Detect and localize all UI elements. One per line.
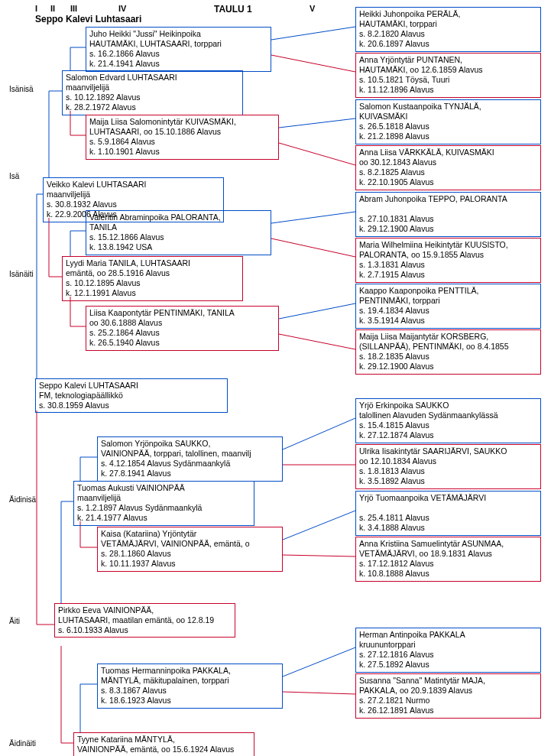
person-aa: Tyyne Katariina MÄNTYLÄ,VAINIONPÄÄ, emän… — [73, 732, 254, 756]
person-iaa: Liisa Kaapontytär PENTINMÄKI, TANILAoo 3… — [86, 306, 279, 351]
svg-line-22 — [279, 303, 355, 319]
side-isa: Isä — [9, 172, 19, 180]
person-v13: Herman Antinpoika PAKKALAkruununtorppari… — [355, 628, 541, 673]
person-v5: Abram Juhonpoika TEPPO, PALORANTAs. 27.1… — [355, 192, 541, 237]
page-title: Seppo Kalevi Luhtasaari — [35, 14, 141, 24]
person-iia: Maija Liisa Salomonintytär KUIVASMÄKI,LU… — [86, 115, 279, 160]
person-v9: Yrjö Erkinpoika SAUKKOtalollinen Alavude… — [355, 398, 541, 443]
side-isanisa: Isänisä — [9, 85, 34, 93]
side-isanaiti: Isänäiti — [9, 270, 34, 278]
person-v12: Anna Kristiina Samuelintytär ASUNMAA,VET… — [355, 537, 541, 582]
svg-line-34 — [283, 418, 355, 449]
person-v1: Heikki Juhonpoika PERÄLÄ,HAUTAMÄKI, torp… — [355, 7, 541, 52]
svg-line-18 — [279, 118, 355, 128]
svg-line-20 — [271, 212, 355, 223]
gen-label-4: IV — [118, 4, 126, 13]
person-aai: Tuomas Hermanninpoika PAKKALA,MÄNTYLÄ, m… — [97, 664, 283, 709]
gen-label-2: II — [50, 4, 55, 13]
gen-label-5: V — [310, 4, 315, 13]
person-v8: Maija Liisa Maijantytär KORSBERG,(SILLAN… — [355, 329, 541, 375]
person-v3: Salomon Kustaanpoika TYNJÄLÄ,KUIVASMÄKIs… — [355, 99, 541, 144]
svg-line-37 — [283, 555, 355, 556]
side-aiti: Äiti — [9, 617, 20, 625]
svg-line-19 — [279, 143, 355, 165]
svg-line-23 — [279, 334, 355, 349]
side-aidinisa: Äidinisä — [9, 495, 36, 504]
svg-line-16 — [271, 27, 355, 40]
person-ai: Tuomas Aukusti VAINIONPÄÄmaanviljelijäs.… — [73, 481, 254, 526]
svg-line-21 — [271, 238, 355, 257]
person-v2: Anna Yrjöntytär PUNTANEN,HAUTAMÄKI, oo 1… — [355, 53, 541, 98]
person-v10: Ulrika Iisakintytär SAARIJÄRVI, SAUKKOoo… — [355, 444, 541, 489]
person-iii: Juho Heikki "Jussi" HeikinpoikaHAUTAMÄKI… — [86, 27, 271, 72]
person-ia: Lyydi Maria TANILA, LUHTASAARIemäntä, oo… — [62, 256, 243, 301]
gen-label-3: III — [70, 4, 77, 13]
person-v11: Yrjö Tuomaanpoika VETÄMÄJÄRVIs. 25.4.181… — [355, 491, 541, 536]
taulu-label: TAULU 1 — [214, 4, 252, 15]
svg-line-38 — [283, 647, 355, 677]
person-v14: Susanna "Sanna" Matintytär MAJA,PAKKALA,… — [355, 673, 541, 719]
person-iai: Valentin Abraminpoika PALORANTA,TANILAs.… — [86, 210, 271, 255]
person-v7: Kaappo Kaaponpoika PENTTILÄ,PENTINMÄKI, … — [355, 284, 541, 329]
person-aii: Salomon Yrjönpoika SAUKKO,VAINIONPÄÄ, to… — [97, 436, 283, 482]
person-v4: Anna Liisa VÄRKKÄLÄ, KUIVASMÄKIoo 30.12.… — [355, 145, 541, 190]
person-aia: Kaisa (Katariina) YrjöntytärVETÄMÄJÄRVI,… — [97, 527, 283, 572]
svg-line-36 — [283, 511, 355, 540]
person-aiti: Pirkko Eeva VAINIONPÄÄ,LUHTASAARI, maati… — [54, 603, 235, 638]
person-root: Seppo Kalevi LUHTASAARIFM, teknologiapää… — [35, 378, 228, 413]
person-ii: Salomon Edvard LUHTASAARImaanviljelijäs.… — [62, 70, 243, 115]
gen-label-1: I — [35, 4, 37, 13]
side-aidinaiti: Äidinäiti — [9, 739, 36, 748]
person-v6: Maria Wilhelmiina Heikintytär KUUSISTO,P… — [355, 238, 541, 283]
svg-line-17 — [271, 55, 355, 72]
svg-line-39 — [283, 692, 355, 694]
